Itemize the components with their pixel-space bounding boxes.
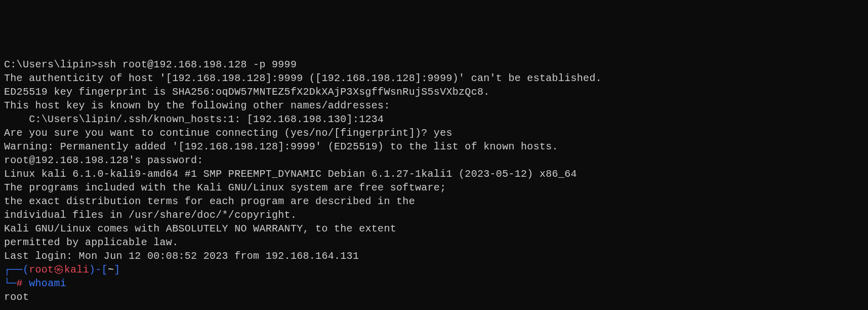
output-line: ED25519 key fingerprint is SHA256:oqDW57… xyxy=(4,85,864,99)
prompt-hash: # xyxy=(17,278,23,289)
output-line: the exact distribution terms for each pr… xyxy=(4,195,864,208)
prompt-bracket: ] xyxy=(114,264,120,276)
output-line: The authenticity of host '[192.168.198.1… xyxy=(4,71,864,85)
prompt-corner-icon: └─ xyxy=(4,278,17,289)
prompt-dash: - xyxy=(95,264,101,276)
terminal-output[interactable]: C:\Users\lipin>ssh root@192.168.198.128 … xyxy=(4,58,864,304)
prompt-bracket: [ xyxy=(102,264,108,276)
cmd-line: C:\Users\lipin>ssh root@192.168.198.128 … xyxy=(4,58,864,71)
output-line: Linux kali 6.1.0-kali9-amd64 #1 SMP PREE… xyxy=(4,167,864,181)
prompt-host: kali xyxy=(64,264,89,276)
output-line: This host key is known by the following … xyxy=(4,99,864,112)
win-prompt: C:\Users\lipin> xyxy=(4,59,98,70)
prompt-corner-icon: ┌──( xyxy=(4,264,29,276)
kali-prompt-top: ┌──(root㉿kali)-[~] xyxy=(4,263,864,277)
prompt-cwd: ~ xyxy=(108,264,114,276)
output-line: C:\Users\lipin/.ssh/known_hosts:1: [192.… xyxy=(4,112,864,126)
output-line: Last login: Mon Jun 12 00:08:52 2023 fro… xyxy=(4,249,864,263)
output-line: root@192.168.198.128's password: xyxy=(4,153,864,167)
output-line: permitted by applicable law. xyxy=(4,236,864,249)
output-line: individual files in /usr/share/doc/*/cop… xyxy=(4,208,864,222)
skull-icon: ㉿ xyxy=(54,264,64,276)
ssh-command: ssh root@192.168.198.128 -p 9999 xyxy=(98,59,297,70)
output-line: root xyxy=(4,290,864,304)
whoami-command: whoami xyxy=(29,278,66,289)
prompt-close-paren: ) xyxy=(89,264,95,276)
prompt-space xyxy=(23,278,29,289)
prompt-user: root xyxy=(29,264,54,276)
kali-prompt-bottom: └─# whoami xyxy=(4,277,864,290)
output-line: Warning: Permanently added '[192.168.198… xyxy=(4,140,864,153)
output-line: Kali GNU/Linux comes with ABSOLUTELY NO … xyxy=(4,222,864,236)
output-line: The programs included with the Kali GNU/… xyxy=(4,181,864,195)
output-line: Are you sure you want to continue connec… xyxy=(4,126,864,140)
